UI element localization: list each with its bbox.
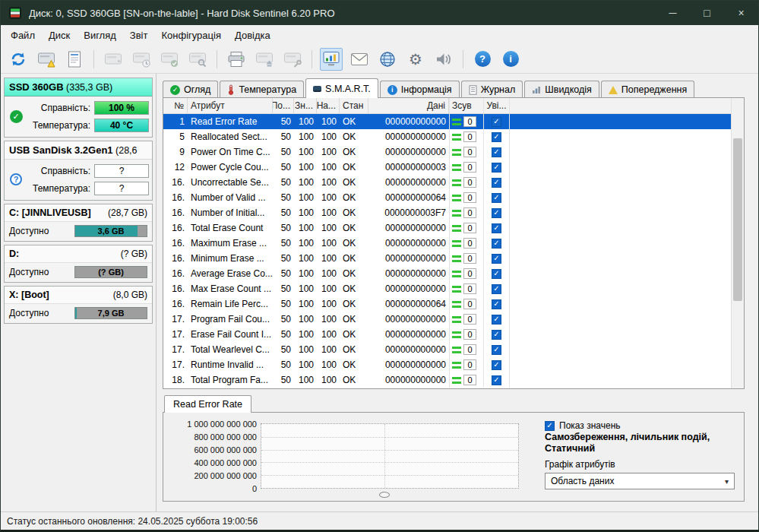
cell-id: 17.: [163, 357, 188, 372]
header-worst[interactable]: На...: [317, 98, 340, 113]
close-button[interactable]: ×: [724, 1, 758, 25]
disk-disabled-icon[interactable]: [102, 48, 125, 71]
disk-search-icon[interactable]: [186, 48, 209, 71]
tab-alerts[interactable]: Попередження: [601, 81, 694, 98]
row-checkbox[interactable]: [492, 239, 501, 249]
chart-tab[interactable]: Read Error Rate: [164, 395, 251, 413]
smart-table-row[interactable]: 16. Number of Valid ... 50 100 100 OK 00…: [163, 190, 731, 205]
smart-table-row[interactable]: 1 Read Error Rate 50 100 100 OK 00000000…: [163, 114, 731, 129]
smart-table-row[interactable]: 16. Average Erase Co... 50 100 100 OK 00…: [163, 266, 731, 281]
smart-table-row[interactable]: 17. Program Fail Cou... 50 100 100 OK 00…: [163, 312, 731, 327]
smart-table-row[interactable]: 16. Total Erase Count 50 100 100 OK 0000…: [163, 220, 731, 236]
smart-table-row[interactable]: 12 Power Cycle Cou... 50 100 100 OK 0000…: [163, 160, 731, 175]
disk-panel-ssd[interactable]: SSD 360GB (335,3 GB) Справність: 100 % Т…: [4, 78, 153, 138]
smart-table-row[interactable]: 5 Reallocated Sect... 50 100 100 OK 0000…: [163, 129, 731, 144]
maximize-button[interactable]: □: [690, 1, 724, 25]
smart-table-row[interactable]: 17. Runtime Invalid ... 50 100 100 OK 00…: [163, 357, 731, 372]
printer-icon[interactable]: [225, 48, 248, 71]
disk-check-icon[interactable]: [158, 48, 181, 71]
network-globe-icon[interactable]: [376, 48, 399, 71]
row-checkbox[interactable]: [492, 269, 501, 279]
scrollbar-thumb[interactable]: [733, 138, 742, 301]
row-checkbox[interactable]: [492, 193, 501, 203]
menu-disk[interactable]: Диск: [42, 27, 77, 44]
row-checkbox[interactable]: [492, 163, 501, 173]
cell-status: OK: [340, 114, 368, 129]
row-checkbox[interactable]: [492, 132, 501, 142]
mail-icon[interactable]: [348, 48, 371, 71]
menu-help[interactable]: Довідка: [228, 27, 277, 44]
row-checkbox[interactable]: [492, 330, 501, 340]
row-checkbox[interactable]: [492, 284, 501, 294]
disk-tools-icon[interactable]: [281, 48, 304, 71]
header-data[interactable]: Дані: [368, 98, 449, 113]
menu-file[interactable]: Файл: [4, 27, 42, 44]
tab-performance[interactable]: Швидкодія: [524, 81, 599, 98]
smart-table-row[interactable]: 16. Remain Life Perc... 50 100 100 OK 00…: [163, 296, 731, 312]
tab-temperature[interactable]: Температура: [220, 81, 304, 98]
volume-panel-d[interactable]: D: (? GB) Доступно (? GB): [4, 245, 153, 283]
refresh-icon[interactable]: [7, 48, 30, 71]
header-id[interactable]: №: [163, 98, 188, 113]
header-status[interactable]: Стан: [340, 98, 368, 113]
disk-header[interactable]: USB SanDisk 3.2Gen1 (28,6: [5, 141, 152, 160]
info-icon[interactable]: i: [499, 48, 522, 71]
menu-view[interactable]: Вигляд: [77, 27, 123, 44]
show-values-checkbox[interactable]: [545, 421, 555, 431]
smart-table-row[interactable]: 16. Max Erase Count ... 50 100 100 OK 00…: [163, 281, 731, 296]
offset-bars-icon: [452, 210, 461, 217]
smart-table-row[interactable]: 16. Maximum Erase ... 50 100 100 OK 0000…: [163, 236, 731, 251]
row-checkbox[interactable]: [492, 223, 501, 233]
volume-panel-c[interactable]: C: [JINNLIVEUSB] (28,7 GB) Доступно 3,6 …: [4, 204, 153, 242]
header-enabled[interactable]: Уві...: [484, 98, 510, 113]
smart-table-row[interactable]: 18. Total Program Fa... 50 100 100 OK 00…: [163, 372, 731, 388]
smart-table-row[interactable]: 9 Power On Time C... 50 100 100 OK 00000…: [163, 144, 731, 160]
report-icon[interactable]: [63, 48, 86, 71]
header-offset[interactable]: Зсув: [449, 98, 484, 113]
tab-log[interactable]: Журнал: [461, 81, 523, 98]
help-icon[interactable]: ?: [471, 48, 494, 71]
row-checkbox[interactable]: [492, 375, 501, 385]
disk-panel-usb[interactable]: USB SanDisk 3.2Gen1 (28,6 Справність: ? …: [4, 141, 153, 201]
header-attribute[interactable]: Атрибут: [188, 98, 273, 113]
smart-table-row[interactable]: 16. Uncorrectable Se... 50 100 100 OK 00…: [163, 175, 731, 190]
offset-bars-icon: [452, 301, 461, 308]
row-checkbox[interactable]: [492, 360, 501, 370]
row-checkbox[interactable]: [492, 147, 501, 157]
row-checkbox[interactable]: [492, 315, 501, 325]
row-checkbox[interactable]: [492, 254, 501, 264]
menu-report[interactable]: Звіт: [123, 27, 155, 44]
smart-table-row[interactable]: 17. Total Wearlevel C... 50 100 100 OK 0…: [163, 342, 731, 357]
y-axis-tick-label: 600 000 000 000: [194, 445, 257, 454]
show-values-option[interactable]: Показ значень: [545, 420, 735, 431]
smart-table-row[interactable]: 16. Number of Initial... 50 100 100 OK 0…: [163, 205, 731, 220]
disk-clock-icon[interactable]: [130, 48, 153, 71]
graph-type-dropdown[interactable]: Область даних: [545, 473, 735, 489]
minimize-button[interactable]: ─: [656, 1, 690, 25]
thermometer-icon: [227, 84, 235, 95]
row-checkbox[interactable]: [492, 178, 501, 188]
row-checkbox[interactable]: [492, 208, 501, 218]
chart-slider-handle[interactable]: [379, 492, 390, 498]
table-scrollbar[interactable]: [731, 98, 744, 388]
menu-configuration[interactable]: Конфігурація: [154, 27, 228, 44]
status-panel-icon[interactable]: [320, 48, 343, 71]
header-value[interactable]: Зн...: [294, 98, 317, 113]
cell-threshold: 50: [273, 205, 294, 220]
gear-icon[interactable]: ⚙: [404, 48, 427, 71]
disk-header[interactable]: SSD 360GB (335,3 GB): [5, 78, 152, 97]
available-label: Доступно: [9, 308, 49, 318]
smart-table-row[interactable]: 17. Erase Fail Count I... 50 100 100 OK …: [163, 327, 731, 342]
sound-icon[interactable]: [432, 48, 455, 71]
disk-warning-icon[interactable]: [35, 48, 58, 71]
row-checkbox[interactable]: [492, 345, 501, 355]
volume-panel-x[interactable]: X: [Boot] (8,0 GB) Доступно 7,9 GB: [4, 286, 153, 324]
disk-eject-icon[interactable]: [253, 48, 276, 71]
tab-smart[interactable]: S.M.A.R.T.: [305, 78, 378, 98]
smart-table-row[interactable]: 16. Minimum Erase ... 50 100 100 OK 0000…: [163, 251, 731, 266]
row-checkbox[interactable]: [492, 299, 501, 309]
header-threshold[interactable]: По...: [273, 98, 294, 113]
row-checkbox[interactable]: [492, 117, 501, 127]
tab-overview[interactable]: Огляд: [163, 81, 218, 98]
tab-information[interactable]: Інформація: [380, 81, 460, 98]
